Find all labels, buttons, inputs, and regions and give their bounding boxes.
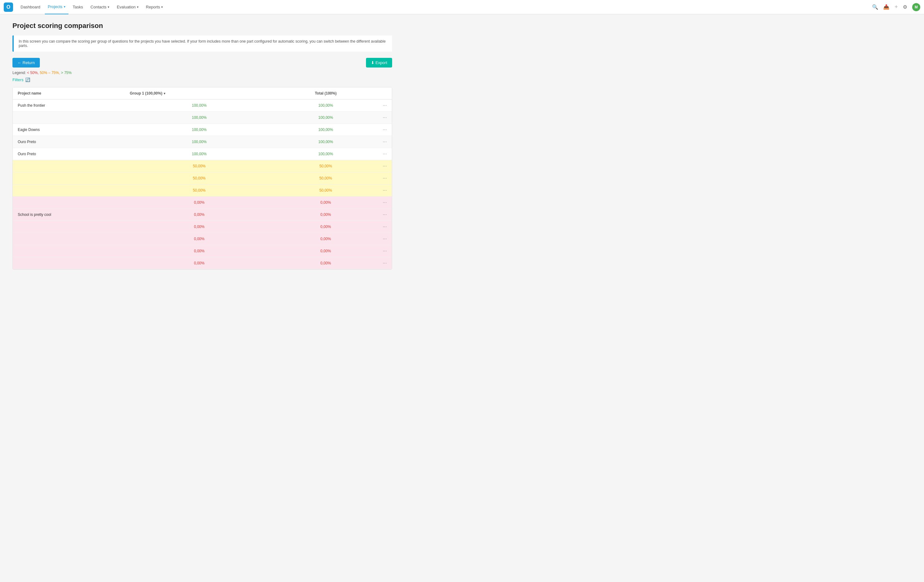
navbar: O Dashboard Projects ▾ Tasks Contacts ▾ … xyxy=(0,0,924,14)
reports-chevron-icon: ▾ xyxy=(161,5,163,9)
total-value-cell: 50,00% xyxy=(274,185,378,196)
col-total: Total (100%) xyxy=(274,87,378,99)
col-project-name: Project name xyxy=(13,87,125,99)
add-icon[interactable]: + xyxy=(894,4,898,10)
nav-evaluation[interactable]: Evaluation ▾ xyxy=(114,0,142,14)
total-value-cell: 100,00% xyxy=(274,136,378,148)
total-value-cell: 100,00% xyxy=(274,148,378,160)
search-icon[interactable]: 🔍 xyxy=(872,4,878,10)
legend-orange: 50% – 75%, xyxy=(40,71,60,75)
main-content: Project scoring comparison In this scree… xyxy=(0,14,404,277)
legend-green: > 75% xyxy=(61,71,72,75)
page-title: Project scoring comparison xyxy=(12,22,392,30)
total-value-cell: 100,00% xyxy=(274,124,378,136)
total-value-cell: 0,00% xyxy=(274,196,378,209)
total-value-cell: 0,00% xyxy=(274,221,378,233)
group1-value-cell: 0,00% xyxy=(125,257,274,269)
row-actions-button[interactable]: ··· xyxy=(378,245,392,257)
total-value-cell: 50,00% xyxy=(274,160,378,172)
inbox-icon[interactable]: 📥 xyxy=(883,4,889,10)
table-row: Eagle Downs100,00%100,00%··· xyxy=(13,124,392,136)
table-row: Ouro Preto100,00%100,00%··· xyxy=(13,136,392,148)
col-actions-header xyxy=(378,87,392,99)
evaluation-chevron-icon: ▾ xyxy=(137,5,139,9)
project-name-cell: Eagle Downs xyxy=(13,124,125,136)
table-row: 0,00%0,00%··· xyxy=(13,245,392,257)
contacts-chevron-icon: ▾ xyxy=(108,5,109,9)
app-logo[interactable]: O xyxy=(4,2,13,12)
group1-value-cell: 50,00% xyxy=(125,172,274,185)
project-name-cell xyxy=(13,233,125,245)
table-row: 0,00%0,00%··· xyxy=(13,221,392,233)
project-name-cell xyxy=(13,185,125,196)
project-name-cell xyxy=(13,160,125,172)
table-row: 50,00%50,00%··· xyxy=(13,160,392,172)
legend: Legend: < 50%, 50% – 75%, > 75% xyxy=(12,71,392,75)
nav-actions: 🔍 📥 + ⚙ M xyxy=(872,3,920,11)
row-actions-button[interactable]: ··· xyxy=(378,221,392,233)
export-button[interactable]: ⬇ Export xyxy=(366,58,392,68)
project-name-cell xyxy=(13,196,125,209)
legend-red: < 50%, xyxy=(27,71,39,75)
table-row: 50,00%50,00%··· xyxy=(13,185,392,196)
table-row: 0,00%0,00%··· xyxy=(13,196,392,209)
col-group1[interactable]: Group 1 (100,00%) ▾ xyxy=(125,87,274,99)
row-actions-button[interactable]: ··· xyxy=(378,148,392,160)
total-value-cell: 100,00% xyxy=(274,99,378,112)
nav-projects[interactable]: Projects ▾ xyxy=(45,0,68,14)
nav-tasks[interactable]: Tasks xyxy=(70,0,86,14)
total-value-cell: 0,00% xyxy=(274,233,378,245)
project-name-cell: Push the frontier xyxy=(13,99,125,112)
total-value-cell: 0,00% xyxy=(274,245,378,257)
project-name-cell xyxy=(13,221,125,233)
group1-value-cell: 0,00% xyxy=(125,245,274,257)
nav-reports[interactable]: Reports ▾ xyxy=(143,0,166,14)
project-name-cell xyxy=(13,112,125,124)
group1-value-cell: 100,00% xyxy=(125,124,274,136)
row-actions-button[interactable]: ··· xyxy=(378,196,392,209)
table-row: School is pretty cool0,00%0,00%··· xyxy=(13,209,392,221)
settings-icon[interactable]: ⚙ xyxy=(903,4,907,10)
project-name-cell: Ouro Preto xyxy=(13,136,125,148)
nav-dashboard[interactable]: Dashboard xyxy=(17,0,44,14)
table-row: 50,00%50,00%··· xyxy=(13,172,392,185)
group1-value-cell: 100,00% xyxy=(125,148,274,160)
group1-value-cell: 100,00% xyxy=(125,136,274,148)
project-name-cell xyxy=(13,257,125,269)
row-actions-button[interactable]: ··· xyxy=(378,209,392,221)
group1-value-cell: 100,00% xyxy=(125,99,274,112)
filters-icon: 🔄 xyxy=(25,77,30,82)
group1-value-cell: 100,00% xyxy=(125,112,274,124)
table-row: Ouro Preto100,00%100,00%··· xyxy=(13,148,392,160)
project-name-cell xyxy=(13,245,125,257)
table-header: Project name Group 1 (100,00%) ▾ Total (… xyxy=(13,87,392,99)
total-value-cell: 100,00% xyxy=(274,112,378,124)
avatar[interactable]: M xyxy=(912,3,920,11)
scoring-table: Project name Group 1 (100,00%) ▾ Total (… xyxy=(12,87,392,270)
total-value-cell: 50,00% xyxy=(274,172,378,185)
row-actions-button[interactable]: ··· xyxy=(378,257,392,269)
group1-value-cell: 0,00% xyxy=(125,209,274,221)
table-row: 0,00%0,00%··· xyxy=(13,233,392,245)
row-actions-button[interactable]: ··· xyxy=(378,172,392,185)
group1-chevron-icon: ▾ xyxy=(164,92,165,95)
info-box: In this screen you can compare the scori… xyxy=(12,35,392,52)
row-actions-button[interactable]: ··· xyxy=(378,124,392,136)
row-actions-button[interactable]: ··· xyxy=(378,233,392,245)
table-row: Push the frontier100,00%100,00%··· xyxy=(13,99,392,112)
filters-toggle[interactable]: Filters 🔄 xyxy=(12,77,392,82)
nav-contacts[interactable]: Contacts ▾ xyxy=(87,0,112,14)
row-actions-button[interactable]: ··· xyxy=(378,185,392,196)
group1-value-cell: 50,00% xyxy=(125,185,274,196)
project-name-cell: School is pretty cool xyxy=(13,209,125,221)
table-row: 100,00%100,00%··· xyxy=(13,112,392,124)
total-value-cell: 0,00% xyxy=(274,209,378,221)
row-actions-button[interactable]: ··· xyxy=(378,112,392,124)
project-name-cell: Ouro Preto xyxy=(13,148,125,160)
row-actions-button[interactable]: ··· xyxy=(378,160,392,172)
row-actions-button[interactable]: ··· xyxy=(378,99,392,112)
toolbar: ← Return ⬇ Export xyxy=(12,58,392,68)
total-value-cell: 0,00% xyxy=(274,257,378,269)
return-button[interactable]: ← Return xyxy=(12,58,40,68)
row-actions-button[interactable]: ··· xyxy=(378,136,392,148)
